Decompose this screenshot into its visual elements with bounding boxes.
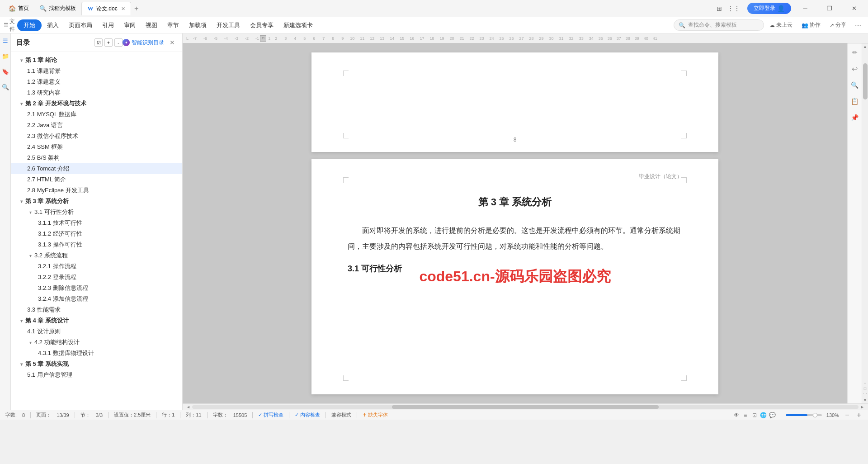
menu-dev[interactable]: 开发工具 [212,19,245,31]
toc-item-2-7[interactable]: 2.7 HTML 简介 [11,174,182,185]
toc-item-4-2[interactable]: ▾ 4.2 功能结构设计 [11,337,182,348]
toc-item-3-2-2[interactable]: 3.2.2 登录流程 [11,272,182,283]
clipboard-tool-icon[interactable]: 📋 [849,96,860,107]
menu-chapter[interactable]: 章节 [163,19,184,31]
comment-view-icon[interactable]: 💬 [769,412,776,419]
login-label: 立即登录 [754,5,775,12]
menu-view[interactable]: 视图 [141,19,162,31]
toc-item-3-1[interactable]: ▾ 3.1 可行性分析 [11,207,182,218]
toc-item-ch4[interactable]: ▾ 第 4 章 系统设计 [11,315,182,326]
menu-addons[interactable]: 加载项 [184,19,211,31]
toc-item-2-2[interactable]: 2.2 Java 语言 [11,120,182,131]
toc-ai-button[interactable]: ✦ 智能识别目录 [123,39,164,47]
toc-item-5-1[interactable]: 5.1 用户信息管理 [11,369,182,380]
file-menu-icon[interactable]: ☰ 文件 [4,19,16,32]
tab-home-label: 首页 [18,5,29,12]
hscroll-left-button[interactable]: ◄ [184,404,192,410]
scroll-up-button[interactable]: ▲ [862,43,868,50]
minimize-button[interactable]: ─ [795,2,816,15]
toc-item-3-2-3[interactable]: 3.2.3 删除信息流程 [11,283,182,294]
tab-home[interactable]: 🏠 首页 [4,2,34,15]
menu-start[interactable]: 开始 [17,19,42,31]
share-button[interactable]: ↗ 分享 [826,20,850,30]
menu-review[interactable]: 审阅 [119,19,140,31]
sidebar-search-icon[interactable]: 🔍 [1,82,10,91]
new-tab-button[interactable]: + [131,3,142,14]
sidebar-toc-icon[interactable]: ☰ [1,36,10,45]
close-button[interactable]: ✕ [844,2,864,15]
toc-close-button[interactable]: ✕ [168,38,177,47]
toc-item-2-6[interactable]: 2.6 Tomcat 介绍 [11,163,182,174]
toc-item-2-3[interactable]: 2.3 微信小程序技术 [11,131,182,142]
scroll-extra-3[interactable]: ⋯ [863,392,867,396]
toc-item-3-2-4[interactable]: 3.2.4 添加信息流程 [11,294,182,304]
right-tools-panel: ✏ ↩ 🔍 📋 📌 [847,43,862,403]
scroll-down-button[interactable]: ▼ [862,397,868,403]
maximize-button[interactable]: ❐ [819,2,840,15]
toc-item-2-5[interactable]: 2.5 B/S 架构 [11,152,182,163]
zoom-in-icon[interactable]: + [855,412,863,419]
sidebar-files-icon[interactable]: 📁 [1,52,10,61]
edit-tool-icon[interactable]: ✏ [849,47,860,58]
horizontal-scrollbar[interactable]: ◄ ► [183,403,868,410]
toc-item-3-2-1[interactable]: 3.2.1 操作流程 [11,261,182,272]
tab-template[interactable]: 🔍 找稻壳模板 [34,2,81,15]
toc-item-2-8[interactable]: 2.8 MyEclipse 开发工具 [11,185,182,196]
read-view-icon[interactable]: 👁 [733,412,740,419]
toc-item-2-1[interactable]: 2.1 MYSQL 数据库 [11,109,182,120]
status-content-check[interactable]: ✓ 内容检查 [295,412,320,418]
list-view-icon[interactable]: ≡ [742,412,749,419]
toc-expand-icon[interactable]: + [104,38,113,47]
grid-view-icon[interactable]: ⊞ [717,5,722,12]
toc-item-ch3[interactable]: ▾ 第 3 章 系统分析 [11,196,182,207]
web-view-icon[interactable]: 🌐 [760,412,767,419]
toc-item-3-1-2[interactable]: 3.1.2 经济可行性 [11,228,182,239]
toc-item-3-2[interactable]: ▾ 3.2 系统流程 [11,250,182,261]
toc-check-all[interactable]: ☑ [94,38,103,47]
collab-button[interactable]: 👥 协作 [798,20,824,30]
menu-insert[interactable]: 插入 [42,19,63,31]
sidebar-bookmark-icon[interactable]: 🔖 [1,67,10,76]
zoom-thumb[interactable] [813,413,817,417]
toc-item-4-1[interactable]: 4.1 设计原则 [11,326,182,337]
zoom-slider[interactable] [786,414,822,416]
hscroll-right-button[interactable]: ► [859,404,866,410]
toc-item-4-3-1[interactable]: 4.3.1 数据库物理设计 [11,348,182,359]
status-spell-check[interactable]: ✓ 拼写检查 [258,412,283,418]
file-label[interactable]: 文件 [9,18,16,33]
document-area[interactable]: 8 code51.cn-源码乐园盗图必究 毕业设计（论文） [183,43,847,403]
toc-item-1-1[interactable]: 1.1 课题背景 [11,66,182,76]
toc-item-ch5[interactable]: ▾ 第 5 章 系统实现 [11,359,182,369]
toc-item-3-1-1[interactable]: 3.1.1 技术可行性 [11,218,182,228]
menu-layout[interactable]: 页面布局 [64,19,97,31]
zoom-out-icon[interactable]: − [844,412,851,419]
hscroll-thumb[interactable] [392,405,659,409]
toc-item-3-1-3[interactable]: 3.1.3 操作可行性 [11,239,182,250]
menu-cite[interactable]: 引用 [98,19,118,31]
grid-view-icon[interactable]: ⊡ [751,412,758,419]
status-bar: 字数: 8 页面： 13/39 节： 3/3 设置值：2.5厘米 行：1 列：1… [0,410,868,420]
cloud-save-button[interactable]: ☁ 未上云 [766,20,796,30]
more-menu-button[interactable]: ⋯ [852,19,864,32]
menu-newtab[interactable]: 新建选项卡 [279,19,317,31]
scroll-extra-2[interactable]: □ [864,386,866,391]
toc-collapse-icon[interactable]: - [114,38,123,47]
scroll-extra-1[interactable]: − [864,381,866,385]
pin-tool-icon[interactable]: 📌 [849,112,860,123]
command-search-bar[interactable]: 🔍 查找命令、搜索模板 [674,19,764,31]
toc-item-ch2[interactable]: ▾ 第 2 章 开发环境与技术 [11,98,182,109]
vertical-scrollbar[interactable]: ▲ − □ ⋯ ▼ [862,43,868,403]
toc-item-1-2[interactable]: 1.2 课题意义 [11,76,182,87]
toc-item-ch1[interactable]: ▾ 第 1 章 绪论 [11,55,182,66]
scroll-thumb[interactable] [863,63,868,99]
toc-item-1-3[interactable]: 1.3 研究内容 [11,87,182,98]
app-grid-icon[interactable]: ⋮⋮ [727,5,740,12]
zoom-tool-icon[interactable]: 🔍 [849,80,860,90]
tab-doc[interactable]: W 论文.doc ✕ [81,2,131,15]
login-button[interactable]: 立即登录 👤 [747,3,791,14]
tab-close-icon[interactable]: ✕ [121,6,125,12]
undo-tool-icon[interactable]: ↩ [849,63,860,74]
toc-item-3-3[interactable]: 3.3 性能需求 [11,304,182,315]
toc-item-2-4[interactable]: 2.4 SSM 框架 [11,142,182,152]
menu-vip[interactable]: 会员专享 [245,19,278,31]
